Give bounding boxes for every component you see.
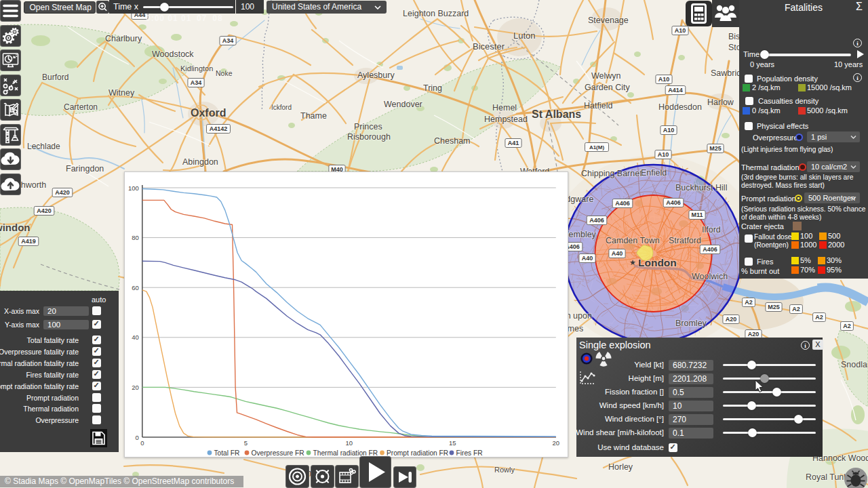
svg-text:A20: A20 — [748, 331, 760, 338]
svg-text:A406: A406 — [666, 199, 681, 206]
svg-text:Fires FR: Fires FR — [456, 449, 483, 457]
svg-text:A10: A10 — [658, 76, 670, 83]
svg-text:Welwyn: Welwyn — [591, 71, 621, 81]
svg-text:A2: A2 — [792, 306, 800, 312]
svg-text:A40: A40 — [612, 250, 623, 257]
svg-text:Thermal radiation FR: Thermal radiation FR — [313, 449, 378, 457]
svg-text:Bromley: Bromley — [675, 319, 707, 328]
svg-text:40: 40 — [132, 333, 139, 341]
svg-text:Swindon: Swindon — [0, 222, 31, 233]
svg-text:A420: A420 — [37, 207, 52, 214]
svg-text:Woolwich: Woolwich — [692, 272, 728, 281]
svg-text:15: 15 — [449, 439, 456, 447]
svg-text:A2: A2 — [843, 323, 851, 329]
svg-text:Total FR: Total FR — [214, 449, 240, 457]
svg-text:Burford: Burford — [42, 73, 68, 82]
svg-text:Wendover: Wendover — [384, 100, 422, 109]
svg-text:Risborough: Risborough — [347, 132, 391, 142]
svg-text:Hempstead: Hempstead — [484, 115, 528, 124]
svg-text:M25: M25 — [768, 304, 780, 310]
svg-text:100: 100 — [128, 184, 139, 192]
svg-text:Stevenage: Stevenage — [588, 16, 629, 25]
svg-text:A406: A406 — [615, 200, 630, 207]
svg-text:A419: A419 — [21, 238, 36, 245]
svg-text:Abingdon: Abingdon — [182, 157, 218, 167]
svg-text:Rowly: Rowly — [494, 466, 515, 474]
svg-text:St Albans: St Albans — [532, 108, 581, 120]
svg-text:A420: A420 — [55, 189, 70, 196]
svg-text:A414: A414 — [668, 87, 683, 94]
svg-text:Princes: Princes — [354, 122, 382, 131]
svg-text:Enfield: Enfield — [641, 168, 667, 178]
svg-text:Stratford: Stratford — [669, 236, 701, 245]
svg-text:★: ★ — [629, 258, 636, 266]
svg-text:Buckhurst Hill: Buckhurst Hill — [675, 183, 727, 192]
svg-text:Lechlade: Lechlade — [27, 142, 60, 151]
svg-text:Hoddesdon: Hoddesdon — [658, 102, 702, 112]
svg-text:A4142: A4142 — [210, 125, 228, 132]
svg-text:A40: A40 — [582, 255, 593, 262]
svg-text:Thame: Thame — [300, 111, 327, 121]
svg-text:A1(M): A1(M) — [589, 144, 605, 150]
svg-text:Horley: Horley — [608, 462, 633, 472]
svg-text:Hatfield: Hatfield — [584, 101, 612, 110]
svg-text:Aylesbury: Aylesbury — [357, 70, 395, 80]
svg-text:Ickford: Ickford — [271, 104, 292, 111]
svg-text:Oxford: Oxford — [191, 107, 226, 119]
svg-text:Luton: Luton — [513, 30, 536, 41]
svg-text:60: 60 — [132, 284, 139, 291]
svg-text:A2: A2 — [815, 314, 823, 321]
svg-text:A406: A406 — [703, 246, 717, 253]
svg-text:5: 5 — [244, 439, 248, 447]
svg-text:A2: A2 — [745, 299, 753, 306]
svg-text:Noke: Noke — [216, 69, 233, 77]
svg-text:Bicester: Bicester — [473, 41, 505, 52]
svg-text:Faringdon: Faringdon — [66, 164, 104, 174]
svg-text:Woodstock: Woodstock — [152, 49, 194, 59]
svg-text:London: London — [638, 257, 677, 268]
svg-text:Witney: Witney — [108, 88, 135, 98]
svg-text:Chesham: Chesham — [434, 136, 471, 146]
svg-text:Ilford: Ilford — [702, 225, 721, 235]
svg-text:Prompt radiation FR: Prompt radiation FR — [387, 449, 448, 457]
svg-text:A20: A20 — [726, 316, 737, 323]
svg-text:A10: A10 — [675, 27, 686, 34]
svg-text:Kidlington: Kidlington — [180, 64, 213, 73]
svg-text:A34: A34 — [222, 37, 234, 44]
svg-text:20: 20 — [132, 384, 139, 391]
svg-text:80: 80 — [132, 234, 139, 241]
svg-text:20: 20 — [553, 439, 560, 447]
svg-text:A41: A41 — [508, 140, 519, 146]
svg-text:Carterton: Carterton — [64, 102, 98, 112]
svg-text:A10: A10 — [658, 151, 669, 158]
svg-text:Charlbury: Charlbury — [105, 34, 142, 43]
svg-text:Overpressure FR: Overpressure FR — [252, 449, 304, 457]
svg-text:10: 10 — [346, 439, 353, 447]
svg-text:Camden Town: Camden Town — [606, 236, 660, 245]
svg-text:Chipping Barnet: Chipping Barnet — [581, 169, 642, 178]
svg-text:M25: M25 — [709, 145, 722, 152]
svg-text:Leighton Buzzard: Leighton Buzzard — [403, 9, 469, 18]
svg-text:Snodland: Snodland — [841, 360, 868, 369]
svg-text:A34: A34 — [191, 79, 202, 86]
svg-text:0: 0 — [136, 434, 139, 441]
svg-text:M11: M11 — [691, 211, 703, 218]
svg-text:Harlow: Harlow — [707, 98, 734, 107]
svg-text:Hemel: Hemel — [492, 103, 517, 113]
svg-text:A406: A406 — [589, 217, 604, 224]
svg-text:A10: A10 — [663, 127, 675, 134]
svg-text:0: 0 — [140, 439, 144, 447]
svg-text:Garden City: Garden City — [585, 83, 630, 92]
svg-text:Tring: Tring — [423, 83, 442, 93]
